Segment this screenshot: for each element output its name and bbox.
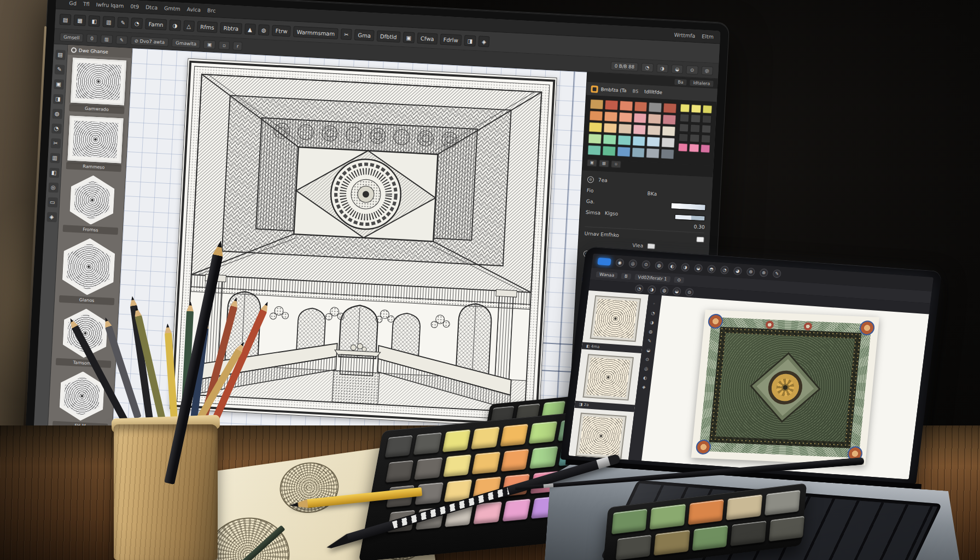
laptop-tool-glyph[interactable]: ◈ [642, 384, 646, 389]
color-swatch[interactable] [590, 110, 603, 121]
tile-thumbnail[interactable] [575, 412, 627, 459]
laptop-tool-icon[interactable]: ◓ [707, 265, 716, 273]
filmstrip-chip[interactable]: ◨ 2a [579, 402, 589, 407]
option-chip[interactable]: ▣ [203, 40, 216, 49]
panel-top-chip[interactable]: Idtalera [690, 79, 713, 86]
color-swatch[interactable] [604, 100, 618, 110]
toolbar-button[interactable]: ▥ [103, 16, 115, 27]
hex-pattern-thumbnail[interactable] [61, 237, 115, 296]
laptop-tool-icon[interactable]: ◐ [668, 262, 677, 271]
toolbar-button[interactable]: Famn [145, 18, 167, 30]
laptop-canvas[interactable] [641, 295, 929, 479]
option-chip[interactable]: r [232, 41, 242, 50]
hex-pattern-thumbnail[interactable] [69, 174, 115, 226]
color-swatch[interactable] [646, 148, 660, 159]
toggle-knob[interactable] [648, 243, 656, 249]
menu-item[interactable]: Gd [69, 0, 77, 7]
laptop-option-chip[interactable]: B [621, 273, 632, 279]
color-swatch[interactable] [634, 101, 648, 112]
color-swatch[interactable] [702, 105, 712, 114]
color-swatch[interactable] [663, 114, 676, 125]
color-swatch[interactable] [701, 125, 711, 133]
tool-icon[interactable]: ◨ [52, 94, 63, 104]
color-swatch[interactable] [647, 137, 661, 147]
tile-thumbnail[interactable] [590, 295, 641, 342]
view-control[interactable]: ⊙ [686, 65, 698, 74]
color-swatch[interactable] [680, 104, 690, 113]
laptop-tool-icon[interactable]: ◎ [628, 259, 638, 268]
laptop-tool-glyph[interactable]: ◔ [651, 311, 655, 316]
active-tool-indicator[interactable] [597, 258, 611, 266]
toolbar-button[interactable]: △ [183, 20, 195, 32]
toolbar-button[interactable]: ◑ [169, 19, 181, 31]
color-swatch[interactable] [701, 135, 710, 143]
color-swatch[interactable] [700, 144, 710, 153]
option-chip[interactable]: 0 [86, 33, 97, 43]
option-chip[interactable]: ▥ [100, 34, 113, 44]
color-swatch[interactable] [661, 149, 674, 159]
menu-item[interactable]: Tfl [83, 1, 90, 7]
color-swatch[interactable] [588, 133, 602, 144]
laptop-tool-glyph[interactable]: ✎ [648, 339, 652, 343]
panel-top-chip[interactable]: Ba [674, 79, 687, 85]
toolbar-button[interactable]: Cfwa [417, 32, 438, 44]
tool-icon[interactable]: ◍ [52, 109, 62, 119]
color-swatch[interactable] [619, 101, 633, 111]
tool-icon[interactable]: ✎ [54, 65, 65, 75]
filmstrip-chip[interactable]: ◧ 4ma [586, 344, 599, 349]
laptop-tool-glyph[interactable]: ⊙ [645, 357, 650, 362]
laptop-option-chip[interactable]: Vd02iferatr 1 [634, 273, 670, 282]
tool-icon[interactable]: ▥ [50, 153, 60, 164]
swatch-action-button[interactable]: ▣ [587, 159, 597, 167]
color-swatch[interactable] [702, 115, 711, 124]
color-swatch[interactable] [588, 122, 602, 132]
tool-icon[interactable]: ▤ [55, 50, 66, 60]
laptop-tool-glyph[interactable]: ◦ [652, 301, 656, 306]
laptop-tool-glyph[interactable]: ◐ [643, 375, 647, 380]
laptop-tool-icon[interactable]: ◍ [655, 261, 664, 270]
color-swatch[interactable] [603, 123, 617, 133]
color-swatch[interactable] [632, 136, 646, 146]
toolbar-button[interactable]: ✎ [117, 16, 129, 28]
toolbar-button[interactable]: ▦ [74, 14, 86, 26]
laptop-tool-glyph[interactable]: ◑ [650, 320, 654, 325]
laptop-tool-icon[interactable]: ◉ [615, 258, 625, 267]
laptop-subtool-icon[interactable]: ◍ [660, 286, 669, 295]
laptop-tool-icon[interactable]: ✎ [772, 269, 781, 278]
color-swatch[interactable] [690, 134, 699, 143]
option-chip[interactable]: ⊘ Dvo7 awta [131, 36, 169, 47]
menu-item[interactable]: Avlca [186, 6, 201, 13]
color-swatch[interactable] [604, 112, 617, 122]
laptop-tool-icon[interactable]: ◒ [694, 264, 703, 272]
color-swatch[interactable] [633, 113, 647, 123]
option-chip[interactable]: Gmsell [60, 32, 84, 42]
laptop-subtool-icon[interactable]: ⊙ [685, 288, 694, 296]
toolbar-button[interactable]: ◍ [258, 24, 270, 36]
color-swatch[interactable] [679, 124, 689, 132]
option-chip[interactable]: Gmawlta [172, 38, 201, 48]
menu-item[interactable]: 0t9 [130, 3, 139, 10]
laptop-option-chip[interactable]: ⊙ [674, 276, 685, 283]
toolbar-button[interactable]: Gma [354, 29, 375, 41]
tool-icon[interactable]: ▭ [47, 197, 57, 207]
laptop-tool-glyph[interactable]: ◎ [644, 366, 649, 371]
tile-thumbnail[interactable] [582, 354, 634, 401]
toolbar-button[interactable]: Dfbtld [377, 30, 401, 42]
laptop-subtool-icon[interactable]: ◒ [672, 287, 681, 295]
color-swatch[interactable] [590, 99, 604, 109]
swatch-action-button[interactable]: ▫ [611, 160, 621, 168]
view-control[interactable]: ◑ [656, 63, 668, 73]
toolbar-button[interactable]: ◨ [464, 34, 476, 46]
menu-item[interactable]: Gmtm [164, 5, 180, 12]
color-swatch[interactable] [603, 134, 616, 144]
laptop-tool-icon[interactable]: ◔ [720, 265, 730, 274]
toolbar-button[interactable]: ▲ [244, 23, 256, 34]
color-swatch[interactable] [649, 102, 662, 113]
color-swatch[interactable] [648, 114, 662, 124]
color-swatch[interactable] [680, 114, 690, 122]
menu-item[interactable]: Dtca [145, 4, 158, 10]
option-chip[interactable]: ▫ [219, 40, 230, 50]
color-swatch[interactable] [678, 143, 688, 152]
toolbar-button[interactable]: ◈ [479, 36, 490, 47]
laptop-tool-icon[interactable]: ◑ [681, 262, 690, 271]
